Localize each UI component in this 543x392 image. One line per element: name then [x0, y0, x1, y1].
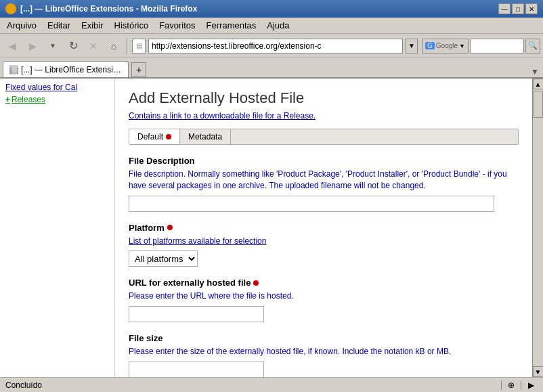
new-tab-button[interactable]: +	[131, 62, 146, 77]
url-help: Please enter the URL where the file is h…	[129, 290, 519, 302]
file-size-input[interactable]	[129, 362, 264, 377]
tab-default[interactable]: Default	[129, 129, 180, 144]
scrollbar-thumb[interactable]	[534, 91, 543, 118]
menu-favoritos[interactable]: Favoritos	[155, 19, 199, 32]
file-description-help: File description. Normally something lik…	[129, 169, 519, 192]
subtitle-link[interactable]: Contains a link to a downloadable file f…	[129, 111, 316, 121]
url-label: URL for externally hosted file	[129, 278, 519, 288]
platform-label: Platform	[129, 223, 519, 233]
minimize-button[interactable]: —	[498, 3, 511, 14]
statusbar-separator-1	[501, 380, 502, 390]
statusbar-scroll-button[interactable]: ▶	[524, 379, 538, 391]
tab-metadata[interactable]: Metadata	[180, 129, 231, 144]
back-button[interactable]: ◀	[3, 37, 22, 56]
field-group-url: URL for externally hosted file Please en…	[129, 278, 519, 322]
menu-ferramentas[interactable]: Ferramentas	[202, 19, 261, 32]
sidebar-link-fixed-values[interactable]: Fixed values for Cal	[0, 81, 114, 93]
scrollbar-up-button[interactable]: ▲	[533, 79, 544, 89]
search-input[interactable]	[470, 39, 524, 53]
url-input-field[interactable]	[129, 306, 264, 322]
menu-exibir[interactable]: Exibir	[77, 19, 108, 32]
page-icon: ▤	[132, 39, 146, 53]
page-subtitle: Contains a link to a downloadable file f…	[129, 111, 519, 121]
active-tab[interactable]: [...] [...] — LibreOffice Extensions	[3, 61, 129, 77]
statusbar-right: ⊕ ▶	[498, 379, 538, 391]
statusbar-icon-1[interactable]: ⊕	[504, 379, 518, 391]
file-size-label: File size	[129, 333, 519, 343]
maximize-button[interactable]: □	[512, 3, 524, 14]
form-tabs: Default Metadata	[129, 129, 519, 145]
window-controls: — □ ✕	[498, 3, 538, 14]
platform-help: List of platforms available for selectio…	[129, 236, 519, 247]
menubar: Arquivo Editar Exibir Histórico Favorito…	[0, 18, 543, 34]
file-description-label: File Description	[129, 156, 519, 166]
field-group-platform: Platform List of platforms available for…	[129, 223, 519, 267]
toolbar-separator	[126, 38, 127, 54]
menu-ajuda[interactable]: Ajuda	[263, 19, 293, 32]
tab-metadata-label: Metadata	[188, 132, 222, 141]
field-group-file-size: File size Please enter the size of the e…	[129, 333, 519, 377]
menu-historico[interactable]: Histórico	[110, 19, 153, 32]
titlebar: [...] — LibreOffice Extensions - Mozilla…	[0, 0, 543, 18]
status-text: Concluído	[5, 380, 498, 390]
reload-button[interactable]: ↻	[64, 37, 83, 56]
page-content: Add Externally Hosted File Contains a li…	[115, 79, 532, 377]
browser-viewport: Fixed values for Cal +Releases Add Exter…	[0, 79, 543, 377]
sidebar: Fixed values for Cal +Releases	[0, 79, 115, 377]
scrollbar: ▲ ▼	[532, 79, 543, 377]
url-required-indicator	[253, 280, 259, 286]
window-title: [...] — LibreOffice Extensions - Mozilla…	[20, 4, 197, 14]
page-title: Add Externally Hosted File	[129, 89, 519, 107]
search-bar: G Google ▼ 🔍	[422, 39, 540, 53]
tab-default-label: Default	[137, 132, 163, 141]
close-button[interactable]: ✕	[525, 3, 538, 14]
navigation-toolbar: ◀ ▶ ▼ ↻ ✕ ⌂ ▤ ▼ G Google ▼ 🔍	[0, 34, 543, 58]
svg-text:[...]: [...]	[10, 67, 18, 74]
search-engine-label: Google	[436, 42, 458, 49]
scrollbar-down-button[interactable]: ▼	[533, 366, 544, 377]
tab-title: [...] — LibreOffice Extensions	[21, 65, 123, 74]
forward-button[interactable]: ▶	[23, 37, 42, 56]
history-dropdown-button[interactable]: ▼	[43, 37, 62, 56]
search-engine-button[interactable]: G Google ▼	[422, 39, 469, 53]
tab-favicon: [...]	[9, 65, 18, 74]
sidebar-releases-label: Releases	[12, 95, 45, 104]
home-button[interactable]: ⌂	[104, 37, 123, 56]
address-bar: ▤ ▼	[132, 39, 418, 53]
file-description-input[interactable]	[129, 196, 494, 212]
file-size-help: Please enter the size of the externally …	[129, 346, 519, 357]
url-input[interactable]	[148, 39, 403, 53]
menu-arquivo[interactable]: Arquivo	[3, 19, 41, 32]
platform-select[interactable]: All platforms	[129, 251, 198, 267]
browser-icon	[5, 3, 16, 14]
tab-default-required-indicator	[166, 134, 171, 139]
field-group-file-description: File Description File description. Norma…	[129, 156, 519, 212]
platform-required-indicator	[167, 225, 173, 230]
stop-button[interactable]: ✕	[84, 37, 103, 56]
statusbar-separator-2	[521, 380, 521, 390]
tab-bar: [...] [...] — LibreOffice Extensions + ▼	[0, 58, 543, 79]
search-go-button[interactable]: 🔍	[525, 39, 540, 53]
menu-editar[interactable]: Editar	[43, 19, 74, 32]
statusbar: Concluído ⊕ ▶	[0, 377, 543, 392]
sidebar-link-releases[interactable]: +Releases	[0, 93, 114, 106]
tab-scroll-button[interactable]: ▼	[529, 66, 540, 77]
url-dropdown-button[interactable]: ▼	[406, 39, 418, 53]
platform-help-link[interactable]: List of platforms available for selectio…	[129, 236, 266, 246]
